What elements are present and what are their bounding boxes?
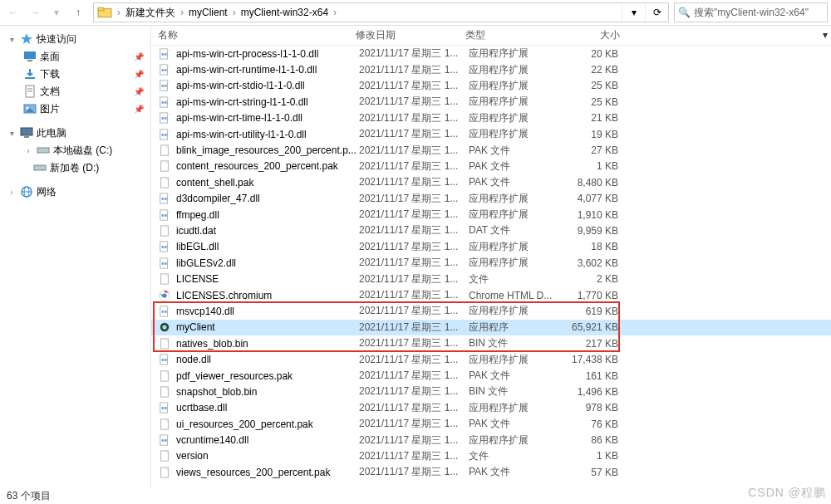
file-row[interactable]: content_resources_200_percent.pak2021/11… <box>151 159 831 174</box>
file-row[interactable]: libEGL.dll2021/11/17 星期三 1...应用程序扩展18 KB <box>151 239 831 255</box>
file-size: 9,959 KB <box>553 225 618 237</box>
file-name: snapshot_blob.bin <box>176 386 359 398</box>
file-type: 应用程序扩展 <box>469 95 553 109</box>
file-date: 2021/11/17 星期三 1... <box>359 79 469 93</box>
file-size: 2 KB <box>553 273 618 285</box>
file-date: 2021/11/17 星期三 1... <box>359 288 469 302</box>
address-bar[interactable]: › 新建文件夹 › myClient › myClient-win32-x64 … <box>93 2 669 22</box>
nav-recent-dropdown[interactable]: ▾ <box>47 2 66 22</box>
sidebar-item-network[interactable]: › 网络 <box>0 183 150 200</box>
sidebar-item-label: 快速访问 <box>37 32 76 46</box>
file-row[interactable]: LICENSES.chromium2021/11/17 星期三 1...Chro… <box>151 287 831 303</box>
file-row[interactable]: pdf_viewer_resources.pak2021/11/17 星期三 1… <box>151 368 831 384</box>
dll-icon <box>158 111 171 125</box>
nav-buttons: ← → ▾ ↑ <box>3 2 88 22</box>
file-row[interactable]: api-ms-win-crt-stdio-l1-1-0.dll2021/11/1… <box>151 78 831 94</box>
file-row[interactable]: msvcp140.dll2021/11/17 星期三 1...应用程序扩展619… <box>151 303 831 319</box>
file-row[interactable]: ffmpeg.dll2021/11/17 星期三 1...应用程序扩展1,910… <box>151 207 831 223</box>
file-list-pane: 名称 修改日期 类型 大小 api-ms-win-crt-process-l1-… <box>151 26 831 487</box>
file-name: api-ms-win-crt-stdio-l1-1-0.dll <box>176 80 359 91</box>
file-row[interactable]: icudtl.dat2021/11/17 星期三 1...DAT 文件9,959… <box>151 223 831 238</box>
sidebar-item-drive-d[interactable]: 新加卷 (D:) <box>0 159 150 176</box>
chevron-right-icon: › <box>7 188 17 197</box>
svg-marker-26 <box>168 65 170 67</box>
file-row[interactable]: blink_image_resources_200_percent.p...20… <box>151 142 831 158</box>
dll-icon <box>158 192 171 205</box>
breadcrumb[interactable]: myClient <box>185 3 231 22</box>
column-type[interactable]: 类型 <box>465 28 550 42</box>
file-row[interactable]: snapshot_blob.bin2021/11/17 星期三 1...BIN … <box>151 384 831 399</box>
sidebar-item-label: 图片 <box>40 102 60 116</box>
file-row[interactable]: ui_resources_200_percent.pak2021/11/17 星… <box>151 416 831 432</box>
file-row[interactable]: vcruntime140.dll2021/11/17 星期三 1...应用程序扩… <box>151 432 831 448</box>
svg-rect-54 <box>162 214 165 217</box>
file-date: 2021/11/17 星期三 1... <box>359 63 469 77</box>
search-input[interactable]: 🔍 搜索"myClient-win32-x64" <box>674 2 828 22</box>
refresh-button[interactable]: ⟳ <box>645 3 668 22</box>
sidebar-item-label: 文档 <box>40 85 60 99</box>
file-row[interactable]: natives_blob.bin2021/11/17 星期三 1...BIN 文… <box>151 335 831 351</box>
svg-rect-89 <box>165 407 167 409</box>
file-icon <box>158 418 171 431</box>
file-row[interactable]: myClient2021/11/17 星期三 1...应用程序65,921 KB <box>151 320 831 335</box>
file-row[interactable]: api-ms-win-crt-runtime-l1-1-0.dll2021/11… <box>151 61 831 77</box>
sidebar-item-this-pc[interactable]: ▾ 此电脑 <box>0 125 150 141</box>
file-type: PAK 文件 <box>469 369 553 383</box>
dropdown-arrow-icon[interactable]: ▾ <box>823 29 828 41</box>
svg-rect-33 <box>165 101 167 104</box>
file-row[interactable]: LICENSE2021/11/17 星期三 1...文件2 KB <box>151 271 831 286</box>
file-type: DAT 文件 <box>469 223 553 237</box>
sidebar-item-pictures[interactable]: 图片 📌 <box>0 100 150 117</box>
sidebar-item-desktop[interactable]: 桌面 📌 <box>0 48 150 65</box>
file-row[interactable]: api-ms-win-crt-utility-l1-1-0.dll2021/11… <box>151 126 831 142</box>
file-row[interactable]: views_resources_200_percent.pak2021/11/1… <box>151 464 831 480</box>
file-size: 57 KB <box>553 467 618 478</box>
chrome-icon <box>158 289 171 302</box>
sidebar-item-drive-c[interactable]: › 本地磁盘 (C:) <box>0 142 150 159</box>
sidebar-item-label: 此电脑 <box>37 126 66 140</box>
file-size: 217 KB <box>553 338 618 350</box>
file-name: natives_blob.bin <box>176 338 359 350</box>
file-row[interactable]: content_shell.pak2021/11/17 星期三 1...PAK … <box>151 174 831 190</box>
file-row[interactable]: api-ms-win-crt-string-l1-1-0.dll2021/11/… <box>151 94 831 110</box>
column-size[interactable]: 大小 <box>550 28 620 42</box>
file-type: 文件 <box>469 449 553 463</box>
breadcrumb[interactable]: myClient-win32-x64 <box>238 3 332 22</box>
file-date: 2021/11/17 星期三 1... <box>359 465 469 479</box>
file-row[interactable]: api-ms-win-crt-time-l1-1-0.dll2021/11/17… <box>151 110 831 126</box>
column-date[interactable]: 修改日期 <box>356 28 465 42</box>
file-type: 应用程序扩展 <box>469 401 553 415</box>
file-row[interactable]: api-ms-win-crt-process-l1-1-0.dll2021/11… <box>151 46 831 61</box>
address-dropdown-button[interactable]: ▾ <box>622 3 645 22</box>
svg-rect-29 <box>165 86 167 88</box>
file-name: libGLESv2.dll <box>176 257 359 269</box>
file-size: 25 KB <box>553 96 618 108</box>
file-row[interactable]: version2021/11/17 星期三 1...文件1 KB <box>151 448 831 464</box>
sidebar-item-downloads[interactable]: 下载 📌 <box>0 66 150 82</box>
breadcrumb[interactable]: 新建文件夹 <box>122 3 179 22</box>
svg-rect-73 <box>165 311 167 313</box>
file-row[interactable]: ucrtbase.dll2021/11/17 星期三 1...应用程序扩展978… <box>151 400 831 416</box>
column-name[interactable]: 名称 <box>158 28 356 42</box>
nav-back-button[interactable]: ← <box>3 2 23 22</box>
file-size: 1 KB <box>553 450 618 462</box>
file-row[interactable]: node.dll2021/11/17 星期三 1...应用程序扩展17,438 … <box>151 351 831 367</box>
file-row[interactable]: libGLESv2.dll2021/11/17 星期三 1...应用程序扩展3,… <box>151 255 831 271</box>
file-row[interactable]: d3dcompiler_47.dll2021/11/17 星期三 1...应用程… <box>151 191 831 207</box>
file-date: 2021/11/17 星期三 1... <box>359 144 469 158</box>
file-date: 2021/11/17 星期三 1... <box>359 304 469 318</box>
nav-up-button[interactable]: ↑ <box>68 2 88 22</box>
drive-icon <box>37 144 50 157</box>
nav-forward-button[interactable]: → <box>25 2 45 22</box>
sidebar-item-documents[interactable]: 文档 📌 <box>0 83 150 100</box>
file-type: 应用程序扩展 <box>469 127 553 141</box>
search-icon: 🔍 <box>678 7 691 18</box>
file-name: api-ms-win-crt-time-l1-1-0.dll <box>176 112 359 124</box>
file-name: content_resources_200_percent.pak <box>176 160 359 172</box>
file-name: api-ms-win-crt-runtime-l1-1-0.dll <box>176 64 359 76</box>
svg-marker-2 <box>21 33 32 44</box>
sidebar-item-quick-access[interactable]: ▾ 快速访问 <box>0 31 150 47</box>
svg-rect-50 <box>162 198 165 200</box>
dll-icon <box>158 305 171 318</box>
sidebar-item-label: 新加卷 (D:) <box>50 161 99 175</box>
